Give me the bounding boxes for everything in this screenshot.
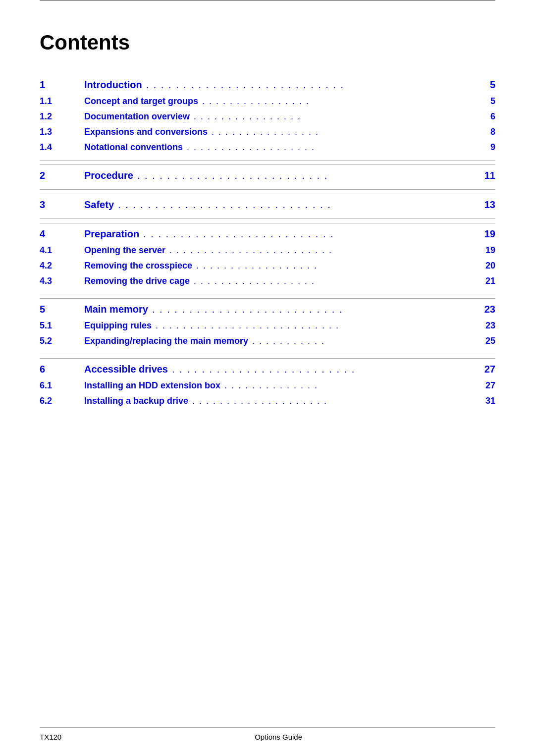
- toc-section-title: Main memory: [84, 304, 148, 315]
- toc-sub-row[interactable]: 6.1Installing an HDD extension box. . . …: [40, 378, 495, 393]
- toc-sub-page: 27: [481, 380, 495, 391]
- toc-sub-row[interactable]: 4.1Opening the server. . . . . . . . . .…: [40, 243, 495, 258]
- toc-sub-number: 5.2: [40, 336, 84, 346]
- toc-section-page: 19: [481, 228, 495, 240]
- toc-sub-title: Installing an HDD extension box: [84, 380, 220, 391]
- section-divider: [40, 189, 495, 190]
- toc-sub-number: 1.3: [40, 127, 84, 137]
- section-divider: [40, 218, 495, 219]
- toc-section-number: 3: [40, 199, 84, 211]
- toc-sub-row[interactable]: 1.1Concept and target groups. . . . . . …: [40, 94, 495, 109]
- toc-sub-row[interactable]: 6.2Installing a backup drive. . . . . . …: [40, 393, 495, 409]
- section-group: 1Introduction. . . . . . . . . . . . . .…: [40, 74, 495, 155]
- section-group: 4Preparation. . . . . . . . . . . . . . …: [40, 218, 495, 289]
- footer-center: Options Guide: [255, 733, 302, 741]
- toc-section-dots: . . . . . . . . . . . . . . . . . . . . …: [137, 170, 479, 181]
- toc-section-row[interactable]: 1Introduction. . . . . . . . . . . . . .…: [40, 74, 495, 94]
- toc-sub-number: 5.1: [40, 321, 84, 331]
- section-divider: [40, 160, 495, 161]
- toc-sub-number: 1.4: [40, 142, 84, 153]
- section-divider: [40, 354, 495, 354]
- toc-section-row[interactable]: 2Procedure. . . . . . . . . . . . . . . …: [40, 164, 495, 184]
- toc-section-page: 11: [481, 170, 495, 181]
- sub-group: 6.1Installing an HDD extension box. . . …: [40, 378, 495, 409]
- toc-sub-title: Installing a backup drive: [84, 396, 188, 406]
- toc-sub-title: Documentation overview: [84, 111, 190, 122]
- toc-section-page: 27: [481, 364, 495, 375]
- toc-sub-row[interactable]: 1.3Expansions and conversions. . . . . .…: [40, 124, 495, 140]
- toc-section-title: Accessible drives: [84, 364, 168, 375]
- toc-sub-page: 19: [481, 245, 495, 256]
- toc-sub-dots: . . . . . . . . . . . . . . . .: [194, 111, 479, 122]
- toc-sub-dots: . . . . . . . . . . . . . . . .: [202, 96, 479, 107]
- toc-sub-number: 4.1: [40, 245, 84, 256]
- toc-sub-row[interactable]: 1.4Notational conventions. . . . . . . .…: [40, 140, 495, 155]
- section-group: 2Procedure. . . . . . . . . . . . . . . …: [40, 160, 495, 184]
- toc-sub-page: 23: [481, 321, 495, 331]
- toc-sub-title: Expanding/replacing the main memory: [84, 336, 248, 346]
- toc-sub-title: Concept and target groups: [84, 96, 198, 107]
- toc-sub-row[interactable]: 5.2Expanding/replacing the main memory. …: [40, 333, 495, 349]
- toc-content: 1Introduction. . . . . . . . . . . . . .…: [40, 74, 495, 409]
- page-container: Contents 1Introduction. . . . . . . . . …: [0, 0, 535, 756]
- toc-sub-page: 31: [481, 396, 495, 406]
- toc-section-page: 23: [481, 304, 495, 315]
- toc-sub-page: 25: [481, 336, 495, 346]
- toc-section-row[interactable]: 6Accessible drives. . . . . . . . . . . …: [40, 358, 495, 378]
- toc-sub-dots: . . . . . . . . . . . . . . . . . . . . …: [169, 245, 479, 256]
- toc-sub-title: Removing the drive cage: [84, 276, 190, 286]
- toc-section-dots: . . . . . . . . . . . . . . . . . . . . …: [172, 364, 479, 375]
- toc-sub-dots: . . . . . . . . . . . . . .: [224, 380, 479, 391]
- toc-sub-number: 1.1: [40, 96, 84, 107]
- toc-sub-page: 9: [481, 142, 495, 153]
- toc-sub-title: Opening the server: [84, 245, 165, 256]
- toc-section-number: 6: [40, 364, 84, 375]
- page-title: Contents: [40, 21, 495, 54]
- toc-section-row[interactable]: 4Preparation. . . . . . . . . . . . . . …: [40, 223, 495, 243]
- toc-section-number: 4: [40, 228, 84, 240]
- toc-section-row[interactable]: 3Safety. . . . . . . . . . . . . . . . .…: [40, 194, 495, 214]
- toc-section-page: 13: [481, 199, 495, 211]
- toc-section-number: 2: [40, 170, 84, 181]
- toc-sub-title: Expansions and conversions: [84, 127, 208, 137]
- toc-section-title: Safety: [84, 199, 114, 211]
- toc-section-number: 5: [40, 304, 84, 315]
- toc-section-page: 5: [481, 79, 495, 91]
- toc-sub-number: 1.2: [40, 111, 84, 122]
- toc-sub-dots: . . . . . . . . . . .: [252, 336, 479, 346]
- toc-sub-number: 4.3: [40, 276, 84, 286]
- toc-section-title: Procedure: [84, 170, 133, 181]
- toc-sub-dots: . . . . . . . . . . . . . . . .: [212, 127, 479, 137]
- toc-section-dots: . . . . . . . . . . . . . . . . . . . . …: [146, 79, 479, 91]
- toc-sub-row[interactable]: 4.3Removing the drive cage. . . . . . . …: [40, 273, 495, 289]
- toc-sub-page: 5: [481, 96, 495, 107]
- toc-section-row[interactable]: 5Main memory. . . . . . . . . . . . . . …: [40, 298, 495, 318]
- section-group: 3Safety. . . . . . . . . . . . . . . . .…: [40, 189, 495, 214]
- footer-left: TX120: [40, 733, 61, 741]
- toc-sub-page: 21: [481, 276, 495, 286]
- toc-sub-dots: . . . . . . . . . . . . . . . . . . . . …: [156, 321, 479, 331]
- toc-sub-row[interactable]: 1.2Documentation overview. . . . . . . .…: [40, 109, 495, 124]
- toc-sub-dots: . . . . . . . . . . . . . . . . . . . .: [192, 396, 479, 406]
- toc-section-number: 1: [40, 79, 84, 91]
- toc-sub-row[interactable]: 4.2Removing the crosspiece. . . . . . . …: [40, 258, 495, 273]
- toc-sub-row[interactable]: 5.1Equipping rules. . . . . . . . . . . …: [40, 318, 495, 333]
- toc-sub-dots: . . . . . . . . . . . . . . . . . .: [196, 261, 479, 271]
- footer: TX120 Options Guide: [40, 727, 495, 741]
- toc-section-dots: . . . . . . . . . . . . . . . . . . . . …: [118, 199, 479, 211]
- section-divider: [40, 294, 495, 294]
- toc-sub-page: 6: [481, 111, 495, 122]
- toc-section-title: Introduction: [84, 79, 142, 91]
- section-group: 5Main memory. . . . . . . . . . . . . . …: [40, 294, 495, 349]
- section-group: 6Accessible drives. . . . . . . . . . . …: [40, 354, 495, 409]
- toc-sub-title: Equipping rules: [84, 321, 152, 331]
- toc-sub-number: 6.1: [40, 380, 84, 391]
- toc-section-dots: . . . . . . . . . . . . . . . . . . . . …: [143, 228, 479, 240]
- toc-section-title: Preparation: [84, 228, 139, 240]
- sub-group: 4.1Opening the server. . . . . . . . . .…: [40, 243, 495, 289]
- toc-sub-dots: . . . . . . . . . . . . . . . . . . .: [187, 142, 479, 153]
- toc-sub-title: Notational conventions: [84, 142, 183, 153]
- top-border: [40, 0, 495, 1]
- toc-sub-page: 20: [481, 261, 495, 271]
- toc-sub-title: Removing the crosspiece: [84, 261, 192, 271]
